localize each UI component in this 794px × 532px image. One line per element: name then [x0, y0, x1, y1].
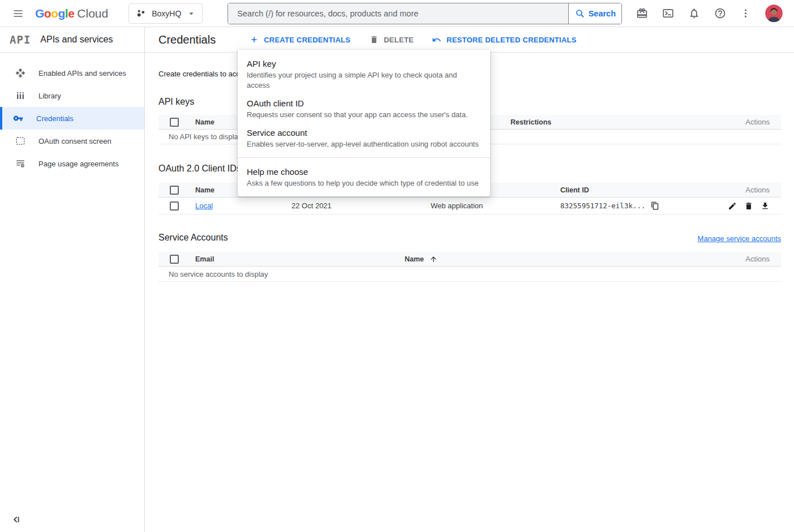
sort-ascending-icon — [430, 255, 437, 263]
sidebar-item-credentials[interactable]: Credentials — [0, 107, 144, 130]
notifications-icon[interactable] — [688, 7, 700, 19]
menu-item-desc: Identifies your project using a simple A… — [247, 70, 481, 91]
sidebar-item-page-usage[interactable]: Page usage agreements — [0, 152, 144, 175]
plus-icon — [250, 35, 259, 44]
client-name-link[interactable]: Local — [195, 201, 213, 210]
menu-item-oauth-client-id[interactable]: OAuth client ID Requests user consent so… — [238, 94, 490, 123]
sidebar-title: APIs and services — [40, 35, 113, 45]
column-header-actions: Actions — [745, 186, 781, 194]
column-header-email: Email — [195, 255, 405, 263]
sidebar-item-label: OAuth consent screen — [38, 137, 111, 145]
manage-service-accounts-link[interactable]: Manage service accounts — [698, 234, 781, 243]
undo-icon — [432, 35, 441, 45]
search-button-label: Search — [589, 9, 616, 18]
logo-letter-5: e — [68, 7, 74, 20]
select-all-checkbox[interactable] — [170, 186, 179, 195]
name-label: Name — [405, 255, 424, 263]
edit-icon[interactable] — [728, 201, 737, 211]
sidebar: API APIs and services Enabled APIs and s… — [0, 27, 145, 532]
sidebar-item-library[interactable]: Library — [0, 84, 144, 107]
row-checkbox[interactable] — [170, 201, 179, 211]
menu-item-desc: Asks a few questions to help you decide … — [247, 178, 481, 188]
menu-item-api-key[interactable]: API key Identifies your project using a … — [238, 54, 490, 94]
search-button[interactable]: Search — [568, 3, 621, 24]
search-input[interactable] — [228, 3, 568, 24]
logo-letter-0: G — [35, 7, 44, 20]
menu-item-desc: Enables server-to-server, app-level auth… — [247, 139, 481, 149]
column-header-client-id: Client ID — [560, 186, 730, 194]
logo-letter-3: g — [58, 7, 65, 20]
sidebar-item-oauth-consent[interactable]: OAuth consent screen — [0, 130, 144, 152]
create-credentials-button[interactable]: CREATE CREDENTIALS — [250, 35, 350, 44]
menu-item-title: Service account — [247, 127, 481, 139]
creation-date-value: 22 Oct 2021 — [291, 201, 431, 210]
logo-letter-2: o — [51, 7, 58, 20]
menu-item-title: API key — [247, 58, 481, 70]
restore-deleted-credentials-button[interactable]: RESTORE DELETED CREDENTIALS — [432, 35, 577, 45]
delete-button[interactable]: DELETE — [370, 35, 414, 44]
menu-item-service-account[interactable]: Service account Enables server-to-server… — [238, 123, 490, 153]
restore-deleted-credentials-label: RESTORE DELETED CREDENTIALS — [447, 36, 577, 44]
logo-letter-1: o — [44, 7, 51, 20]
key-icon — [13, 113, 23, 123]
table-row-empty: No service accounts to display — [158, 267, 781, 282]
search-bar: Search — [228, 3, 622, 24]
page-title: Credentials — [158, 33, 216, 46]
column-header-restrictions: Restrictions — [510, 118, 730, 126]
project-name: BoxyHQ — [152, 9, 181, 18]
page-usage-icon — [15, 158, 25, 169]
service-accounts-table: Email Name Actions No service accounts t… — [158, 252, 781, 282]
service-accounts-empty-text: No service accounts to display — [158, 270, 781, 278]
client-id-value: 83255951712-eil3k... — [560, 201, 646, 210]
enabled-apis-icon — [15, 68, 25, 78]
project-selector[interactable]: BoxyHQ — [128, 3, 203, 24]
delete-label: DELETE — [384, 36, 414, 44]
oauth-consent-icon — [15, 136, 25, 146]
top-bar: Google Cloud BoxyHQ Search — [0, 0, 794, 27]
sidebar-item-label: Library — [38, 92, 61, 100]
api-logo: API — [10, 33, 31, 46]
chevron-down-icon — [186, 8, 196, 19]
download-icon[interactable] — [761, 201, 770, 211]
column-header-name[interactable]: Name — [405, 255, 730, 263]
sidebar-item-label: Enabled APIs and services — [38, 69, 126, 78]
logo-cloud-text: Cloud — [77, 7, 108, 20]
menu-item-title: Help me choose — [247, 166, 481, 178]
sidebar-item-label: Page usage agreements — [38, 160, 119, 168]
select-all-checkbox[interactable] — [170, 255, 179, 264]
menu-item-title: OAuth client ID — [247, 97, 481, 110]
search-icon — [575, 8, 585, 19]
cloud-shell-icon[interactable] — [662, 7, 674, 19]
google-cloud-logo: Google Cloud — [35, 7, 108, 20]
menu-item-desc: Requests user consent so that your app c… — [247, 110, 481, 120]
select-all-checkbox[interactable] — [170, 118, 179, 127]
menu-item-help-me-choose[interactable]: Help me choose Asks a few questions to h… — [238, 162, 490, 192]
sidebar-item-label: Credentials — [36, 114, 74, 123]
delete-row-icon[interactable] — [744, 201, 753, 211]
create-credentials-label: CREATE CREDENTIALS — [264, 36, 350, 44]
column-header-actions: Actions — [745, 118, 781, 126]
menu-icon[interactable] — [12, 8, 24, 19]
help-icon[interactable] — [714, 7, 726, 19]
create-credentials-menu: API key Identifies your project using a … — [238, 50, 490, 196]
trash-icon — [370, 35, 379, 44]
copy-icon[interactable] — [651, 201, 659, 210]
menu-divider — [238, 157, 490, 158]
avatar[interactable] — [765, 5, 783, 22]
gift-icon[interactable] — [636, 7, 648, 19]
project-icon — [136, 8, 147, 19]
sidebar-item-enabled-apis[interactable]: Enabled APIs and services — [0, 62, 144, 84]
client-type-value: Web application — [431, 201, 560, 210]
service-accounts-heading: Service Accounts — [158, 233, 228, 243]
more-vert-icon[interactable] — [740, 8, 751, 19]
toolbar: Credentials CREATE CREDENTIALS DELETE RE… — [145, 27, 794, 53]
column-header-actions: Actions — [745, 255, 781, 263]
library-icon — [15, 91, 25, 101]
table-row: Local 22 Oct 2021 Web application 832559… — [158, 198, 781, 214]
collapse-sidebar-icon[interactable] — [10, 514, 22, 525]
